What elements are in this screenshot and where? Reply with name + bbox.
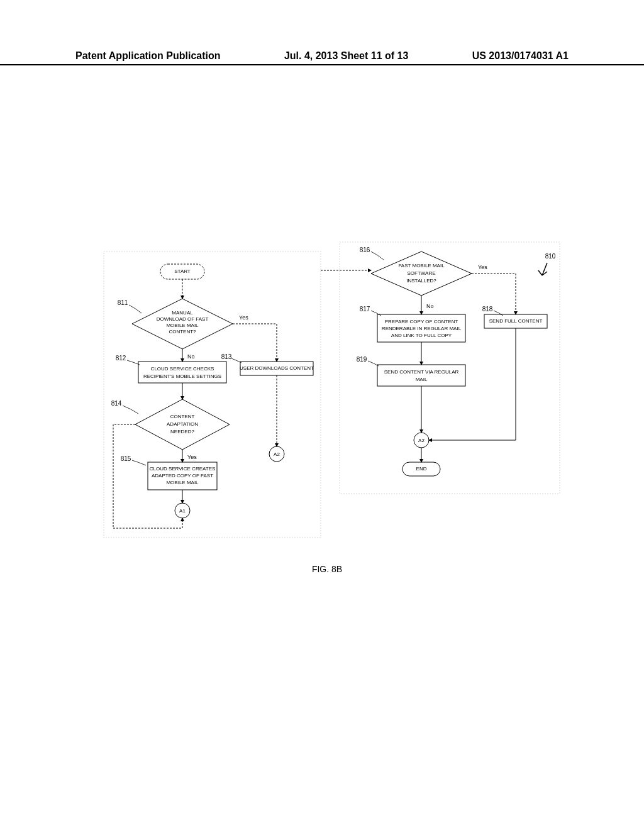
svg-rect-50 xyxy=(340,242,560,494)
svg-text:CONTENT?: CONTENT? xyxy=(169,329,196,335)
svg-text:No: No xyxy=(426,303,434,309)
svg-text:AND LINK TO FULL COPY: AND LINK TO FULL COPY xyxy=(391,333,452,338)
page-header: Patent Application Publication Jul. 4, 2… xyxy=(0,50,644,65)
svg-text:MOBILE MAIL: MOBILE MAIL xyxy=(166,480,199,485)
ref-813: 813 xyxy=(221,353,232,360)
svg-text:MANUAL: MANUAL xyxy=(172,310,193,316)
svg-text:A2: A2 xyxy=(274,451,280,457)
svg-rect-27 xyxy=(104,252,321,538)
svg-text:CLOUD SERVICE CREATES: CLOUD SERVICE CREATES xyxy=(150,466,216,472)
svg-text:RENDERABLE IN REGULAR MAIL: RENDERABLE IN REGULAR MAIL xyxy=(382,326,462,331)
svg-text:SOFTWARE: SOFTWARE xyxy=(407,270,435,276)
header-right: US 2013/0174031 A1 xyxy=(472,50,569,62)
svg-text:RECIPIENT'S MOBILE SETTINGS: RECIPIENT'S MOBILE SETTINGS xyxy=(143,374,221,379)
svg-text:SEND FULL CONTENT: SEND FULL CONTENT xyxy=(489,318,543,324)
process-819 xyxy=(377,365,465,386)
ref-819: 819 xyxy=(357,356,367,363)
svg-text:Yes: Yes xyxy=(187,454,197,460)
svg-text:Yes: Yes xyxy=(239,314,248,321)
ref-814: 814 xyxy=(111,400,122,407)
svg-text:No: No xyxy=(187,353,195,360)
ref-815: 815 xyxy=(121,455,131,462)
svg-text:ADAPTED COPY OF FAST: ADAPTED COPY OF FAST xyxy=(152,473,213,479)
svg-text:MOBILE MAIL: MOBILE MAIL xyxy=(166,323,199,328)
flowchart: START MANUAL DOWNLOAD OF FAST MOBILE MAI… xyxy=(75,239,566,619)
ref-810: 810 xyxy=(545,253,556,260)
svg-text:A2: A2 xyxy=(418,438,425,443)
svg-text:ADAPTATION: ADAPTATION xyxy=(167,421,198,427)
svg-text:Yes: Yes xyxy=(478,264,487,270)
svg-text:NEEDED?: NEEDED? xyxy=(170,429,194,434)
figure-caption: FIG. 8B xyxy=(312,564,342,574)
ref-817: 817 xyxy=(360,306,370,313)
svg-text:INSTALLED?: INSTALLED? xyxy=(406,278,436,284)
svg-text:A1: A1 xyxy=(179,508,186,514)
ref-811: 811 xyxy=(118,299,128,306)
svg-text:MAIL: MAIL xyxy=(416,377,428,382)
svg-text:SEND CONTENT VIA REGULAR: SEND CONTENT VIA REGULAR xyxy=(384,369,459,375)
svg-text:CLOUD SERVICE CHECKS: CLOUD SERVICE CHECKS xyxy=(151,366,214,372)
header-center: Jul. 4, 2013 Sheet 11 of 13 xyxy=(284,50,408,62)
svg-text:CONTENT: CONTENT xyxy=(170,414,195,419)
svg-text:END: END xyxy=(416,466,427,472)
svg-text:DOWNLOAD OF FAST: DOWNLOAD OF FAST xyxy=(157,316,209,322)
ref-818: 818 xyxy=(482,306,493,313)
svg-text:PREPARE COPY OF CONTENT: PREPARE COPY OF CONTENT xyxy=(385,319,458,324)
ref-816: 816 xyxy=(360,246,370,253)
svg-text:FAST MOBILE MAIL: FAST MOBILE MAIL xyxy=(398,263,445,268)
ref-812: 812 xyxy=(116,355,126,362)
start-label: START xyxy=(174,268,191,274)
process-812 xyxy=(138,362,226,383)
header-left: Patent Application Publication xyxy=(75,50,221,62)
svg-text:USER DOWNLOADS CONTENT: USER DOWNLOADS CONTENT xyxy=(240,365,314,371)
